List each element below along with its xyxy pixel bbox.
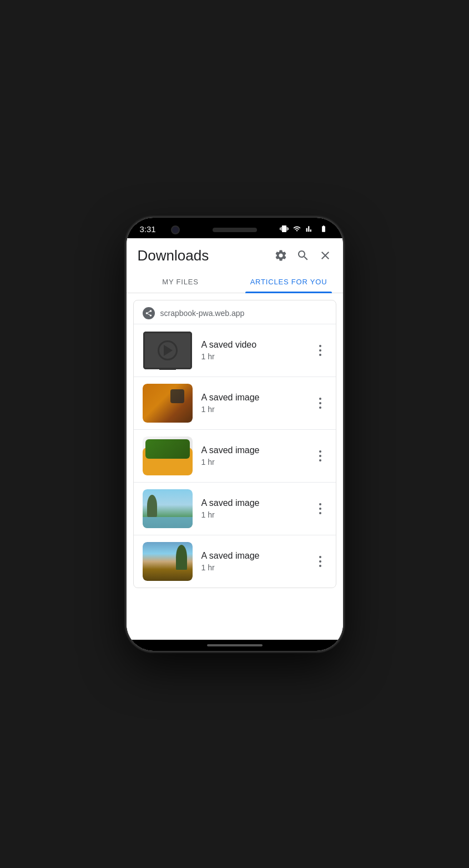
item-meta: 1 hr <box>201 352 305 361</box>
video-thumb <box>143 332 192 369</box>
list-item[interactable]: A saved image 1 hr <box>134 429 336 482</box>
tab-articles-for-you[interactable]: ARTICLES FOR YOU <box>235 271 343 293</box>
list-item[interactable]: A saved image 1 hr <box>134 535 336 588</box>
phone-screen: 3:31 <box>127 218 343 651</box>
search-button[interactable] <box>296 249 310 262</box>
home-indicator <box>207 644 263 646</box>
item-thumbnail-video <box>143 331 193 370</box>
page-title: Downloads <box>138 247 209 264</box>
battery-icon <box>317 225 330 233</box>
item-title: A saved image <box>201 498 305 508</box>
app-header: Downloads <box>127 238 343 271</box>
food-image-thumb <box>143 436 193 475</box>
landscape-image-thumb <box>143 489 193 528</box>
item-info: A saved image 1 hr <box>201 551 305 572</box>
tab-my-files[interactable]: MY FILES <box>127 271 235 293</box>
phone-speaker <box>213 228 257 232</box>
dot-icon <box>319 450 321 453</box>
item-menu-button[interactable] <box>314 502 327 515</box>
list-area: scrapbook-pwa.web.app A saved <box>127 293 343 640</box>
item-thumbnail-image <box>143 384 193 423</box>
signal-icon <box>305 225 314 233</box>
item-thumbnail-image <box>143 436 193 475</box>
item-info: A saved video 1 hr <box>201 340 305 361</box>
list-item[interactable]: A saved image 1 hr <box>134 377 336 429</box>
dot-icon <box>319 556 321 558</box>
item-thumbnail-image <box>143 489 193 528</box>
food-green <box>145 439 190 459</box>
home-bar <box>127 640 343 651</box>
item-info: A saved image 1 hr <box>201 498 305 519</box>
landscape2-image-thumb <box>143 542 193 581</box>
item-meta: 1 hr <box>201 458 305 466</box>
close-button[interactable] <box>319 249 332 262</box>
play-button <box>158 340 178 360</box>
item-title: A saved image <box>201 551 305 561</box>
dot-icon <box>319 349 321 352</box>
orange-image-thumb <box>143 384 193 423</box>
status-time: 3:31 <box>140 224 156 234</box>
water-shape <box>143 517 193 528</box>
status-icons <box>280 224 330 233</box>
source-card: scrapbook-pwa.web.app A saved <box>133 300 336 588</box>
dot-icon <box>319 398 321 400</box>
source-name: scrapbook-pwa.web.app <box>160 309 245 318</box>
dot-icon <box>319 455 321 457</box>
item-title: A saved image <box>201 393 305 403</box>
vibrate-icon <box>280 224 289 233</box>
play-triangle-icon <box>164 345 173 356</box>
dot-icon <box>319 560 321 563</box>
item-menu-button[interactable] <box>314 344 327 357</box>
dot-icon <box>319 345 321 347</box>
item-meta: 1 hr <box>201 405 305 414</box>
item-title: A saved video <box>201 340 305 350</box>
dot-icon <box>319 508 321 510</box>
list-item[interactable]: A saved image 1 hr <box>134 482 336 535</box>
phone-device: 3:31 <box>127 218 343 651</box>
dot-icon <box>319 407 321 409</box>
phone-camera <box>171 225 180 234</box>
item-title: A saved image <box>201 445 305 455</box>
wifi-icon <box>292 225 302 233</box>
app-content: Downloads <box>127 238 343 640</box>
dot-icon <box>319 503 321 505</box>
dot-icon <box>319 512 321 514</box>
dot-icon <box>319 354 321 356</box>
tree-shape <box>176 545 187 570</box>
source-header: scrapbook-pwa.web.app <box>134 300 336 324</box>
item-info: A saved image 1 hr <box>201 393 305 414</box>
item-menu-button[interactable] <box>314 397 327 410</box>
list-item[interactable]: A saved video 1 hr <box>134 324 336 377</box>
header-actions <box>274 249 332 262</box>
item-thumbnail-image <box>143 542 193 581</box>
dot-icon <box>319 459 321 461</box>
tree-shape <box>147 495 157 517</box>
item-menu-button[interactable] <box>314 449 327 463</box>
item-meta: 1 hr <box>201 510 305 519</box>
dot-icon <box>319 402 321 404</box>
tabs-container: MY FILES ARTICLES FOR YOU <box>127 271 343 293</box>
dot-icon <box>319 565 321 567</box>
item-menu-button[interactable] <box>314 555 327 568</box>
item-info: A saved image 1 hr <box>201 445 305 466</box>
settings-button[interactable] <box>274 249 288 262</box>
source-share-icon <box>143 307 155 319</box>
item-meta: 1 hr <box>201 563 305 572</box>
